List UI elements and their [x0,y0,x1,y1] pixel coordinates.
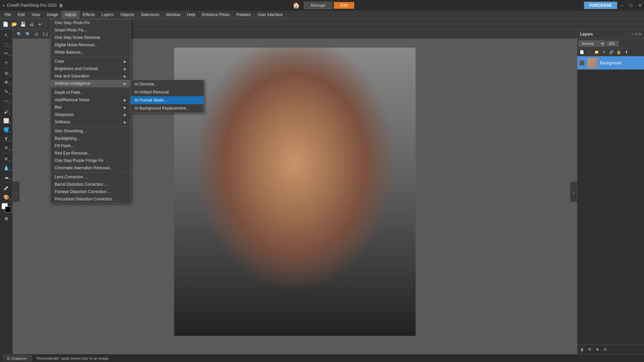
menu-pincushion-distortion[interactable]: Pincushion Distortion Correction ... [51,195,130,203]
menu-lens-correction[interactable]: Lens Correction ... [51,173,130,181]
layer-visibility-toggle[interactable] [579,60,585,66]
menu-add-remove-noise[interactable]: Add/Remove Noise ▶ [51,96,130,104]
crop-tool[interactable]: ✂▾ [1,49,11,58]
menu-file[interactable]: File [1,11,14,19]
undo-button[interactable]: ↩ [36,20,44,28]
pan-tool[interactable]: ⊕ [1,214,11,223]
save-button[interactable]: 💾 [19,20,27,28]
layers-close[interactable]: ✕ [639,32,641,36]
layer-item-background[interactable]: Background [577,56,644,70]
edit-layer-btn[interactable]: ✎ [601,49,607,55]
layer-effects-btn[interactable]: ★ [594,347,601,353]
layers-minimize[interactable]: — [631,32,634,36]
menu-skin-smoothing[interactable]: Skin Smoothing... [51,127,130,135]
clone-brush[interactable]: ✎▾ [1,87,11,96]
erase-tool[interactable]: ⬜▾ [1,116,11,125]
foreground-color-swatch[interactable] [5,206,11,213]
ai-background-replacement-item[interactable]: AI Background Replacement... [130,104,204,112]
menu-one-step-noise-removal[interactable]: One Step Noise Removal [51,34,130,41]
open-button[interactable]: 📂 [10,20,18,28]
menu-user-interface[interactable]: User Interface [254,11,286,19]
dodge-tool[interactable]: ☀▾ [1,155,11,163]
eyedropper-tool[interactable]: 💉 [1,184,11,192]
canvas-fit[interactable]: ⊡ [33,31,40,38]
menu-sharpness[interactable]: Sharpness ▶ [51,111,130,118]
close-button[interactable]: ✕ [635,0,644,11]
ai-denoise-item[interactable]: AI Denoise... [130,80,204,88]
menu-objects[interactable]: Objects [117,11,138,19]
menu-red-eye-removal[interactable]: Red Eye Removal... [51,149,130,157]
maximize-button[interactable]: ☐ [627,0,635,11]
blend-mode-select[interactable]: Normal [579,41,605,47]
color-swatches[interactable] [2,203,11,213]
canvas-nav-left[interactable]: ‹ [13,182,19,202]
delete-layer-btn[interactable]: 🗑 [579,347,585,353]
layers-maximize[interactable]: ☐ [635,32,638,36]
purchase-button[interactable]: PURCHASE [584,2,617,9]
menu-digital-noise-removal[interactable]: Digital Noise Removal... [51,41,130,49]
minimize-button[interactable]: — [618,0,627,11]
new-layer-btn[interactable]: 📄 [579,49,585,55]
menu-selections[interactable]: Selections [138,11,163,19]
layer-settings-btn[interactable]: ⚙ [586,347,593,353]
paint-brush[interactable]: 🖌▾ [1,107,11,116]
menu-edit[interactable]: Edit [14,11,28,19]
menu-one-step-purple-fringe[interactable]: One Step Purple Fringe Fix [51,157,130,164]
menu-enhance-photo[interactable]: Enhance Photo [199,11,233,19]
straighten-tool[interactable]: ⟲▾ [1,69,11,78]
freehand-select-tool[interactable]: ⬚▾ [1,40,11,49]
merge-layer-btn[interactable]: ⬇ [623,49,630,55]
print-button[interactable]: 🖨 [28,20,36,28]
copy-layer-btn[interactable]: ⬚ [586,49,593,55]
layer-mask-btn[interactable]: ⊘ [602,347,608,353]
color-changer-tool[interactable]: 🎨▾ [1,193,11,201]
manage-button[interactable]: Manage [304,2,332,9]
menu-brightness-contrast[interactable]: Brightness and Contrast ▶ [51,65,130,72]
menu-depth-of-field[interactable]: Depth of Field... [51,89,130,96]
canvas-zoom-out[interactable]: 🔍 [15,31,23,38]
menu-blur[interactable]: Blur ▶ [51,104,130,111]
ai-artifact-removal-item[interactable]: AI Artifact Removal [130,88,204,96]
fill-tool[interactable]: 🪣▾ [1,125,11,134]
menu-backlighting[interactable]: Backlighting... [51,135,130,142]
draw-tool[interactable]: ✕▾ [1,143,11,152]
red-eye-tool[interactable]: 👁▾ [1,78,11,87]
text-tool[interactable]: 𝐓▾ [1,134,11,143]
blur-tool[interactable]: 💧▾ [1,164,11,172]
new-button[interactable]: 📄 [1,20,9,28]
lock-layer-btn[interactable]: 🔒 [615,49,622,55]
canvas-100pct[interactable]: 1:1 [42,31,49,38]
menu-effects[interactable]: Effects [79,11,98,19]
group-layer-btn[interactable]: 📁 [593,49,600,55]
menu-one-step-photo-fix[interactable]: One Step Photo Fix [51,19,130,26]
edit-button[interactable]: Edit [334,2,354,9]
menu-fisheye-distortion[interactable]: Fisheye Distortion Correction ... [51,188,130,195]
link-layers-btn[interactable]: 🔗 [608,49,615,55]
scratch-remover[interactable]: —▾ [1,96,11,105]
menu-view[interactable]: View [28,11,44,19]
menu-color[interactable]: Color ▶ [51,58,130,65]
menu-layers[interactable]: Layers [98,11,117,19]
menu-palettes[interactable]: Palettes [233,11,254,19]
menu-white-balance[interactable]: White Balance... [51,49,130,56]
canvas-zoom-in[interactable]: 🔍 [24,31,32,38]
menu-hue-saturation[interactable]: Hue and Saturation ▶ [51,72,130,80]
ai-portrait-mode-item[interactable]: AI Portrait Mode... [130,96,204,104]
move-tool[interactable]: ⊹ [1,58,11,67]
menu-chromatic-aberration[interactable]: Chromatic Aberration Removal... [51,164,130,172]
menu-barrel-distortion[interactable]: Barrel Distortion Correction ... [51,181,130,188]
opacity-input[interactable] [607,41,619,46]
select-tool[interactable]: ↖ [1,31,11,40]
menu-help[interactable]: Help [184,11,199,19]
menu-artificial-intelligence[interactable]: Artificial Intelligence ▶ [51,80,130,87]
menu-softness[interactable]: Softness ▶ [51,118,130,126]
smudge-tool[interactable]: ☁▾ [1,173,11,181]
menu-window[interactable]: Window [163,11,184,19]
organizer-tab[interactable]: ☰ Organizer [3,355,32,361]
canvas-nav-right[interactable]: › [570,182,577,202]
menu-adjust[interactable]: Adjust [61,11,79,19]
home-button[interactable]: 🏠 [290,2,303,9]
menu-image[interactable]: Image [44,11,61,19]
menu-fill-flash[interactable]: Fill Flash... [51,142,130,149]
menu-smart-photo-fix[interactable]: Smart Photo Fix... [51,26,130,34]
